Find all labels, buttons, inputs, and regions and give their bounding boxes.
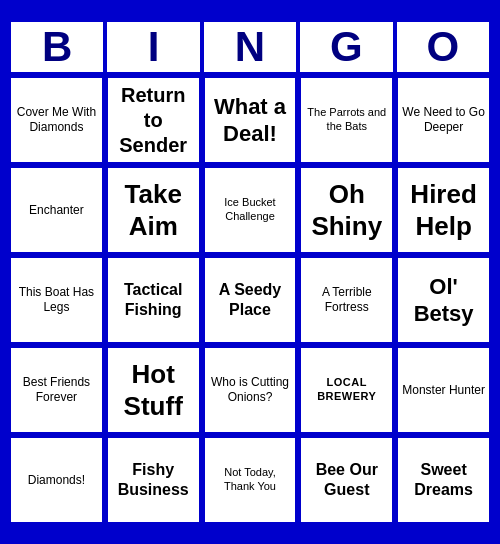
grid-cell-r1-c0: Enchanter <box>9 166 104 254</box>
grid-cell-r4-c3: Bee Our Guest <box>299 436 394 524</box>
grid-cell-r0-c0: Cover Me With Diamonds <box>9 76 104 164</box>
grid-cell-r2-c4: Ol' Betsy <box>396 256 491 344</box>
grid-cell-r1-c4: Hired Help <box>396 166 491 254</box>
grid-cell-r3-c1: Hot Stuff <box>106 346 201 434</box>
grid-cell-r2-c1: Tactical Fishing <box>106 256 201 344</box>
header-letter-o: O <box>395 20 491 74</box>
grid-cell-r4-c2: Not Today, Thank You <box>203 436 298 524</box>
grid-cell-r0-c1: Return to Sender <box>106 76 201 164</box>
bingo-header: BINGO <box>9 20 491 74</box>
grid-cell-r0-c2: What a Deal! <box>203 76 298 164</box>
grid-cell-r1-c3: Oh Shiny <box>299 166 394 254</box>
grid-cell-r3-c4: Monster Hunter <box>396 346 491 434</box>
grid-cell-r4-c1: Fishy Business <box>106 436 201 524</box>
header-letter-g: G <box>298 20 394 74</box>
header-letter-b: B <box>9 20 105 74</box>
grid-cell-r3-c0: Best Friends Forever <box>9 346 104 434</box>
grid-cell-r3-c3: LOCAL BREWERY <box>299 346 394 434</box>
grid-cell-r2-c2: A Seedy Place <box>203 256 298 344</box>
grid-cell-r4-c4: Sweet Dreams <box>396 436 491 524</box>
header-letter-i: I <box>105 20 201 74</box>
grid-cell-r1-c2: Ice Bucket Challenge <box>203 166 298 254</box>
grid-cell-r4-c0: Diamonds! <box>9 436 104 524</box>
grid-cell-r2-c3: A Terrible Fortress <box>299 256 394 344</box>
grid-cell-r0-c4: We Need to Go Deeper <box>396 76 491 164</box>
header-letter-n: N <box>202 20 298 74</box>
grid-cell-r0-c3: The Parrots and the Bats <box>299 76 394 164</box>
grid-cell-r2-c0: This Boat Has Legs <box>9 256 104 344</box>
grid-cell-r1-c1: Take Aim <box>106 166 201 254</box>
bingo-grid: Cover Me With DiamondsReturn to SenderWh… <box>9 76 491 524</box>
bingo-card: BINGO Cover Me With DiamondsReturn to Se… <box>5 16 495 528</box>
grid-cell-r3-c2: Who is Cutting Onions? <box>203 346 298 434</box>
